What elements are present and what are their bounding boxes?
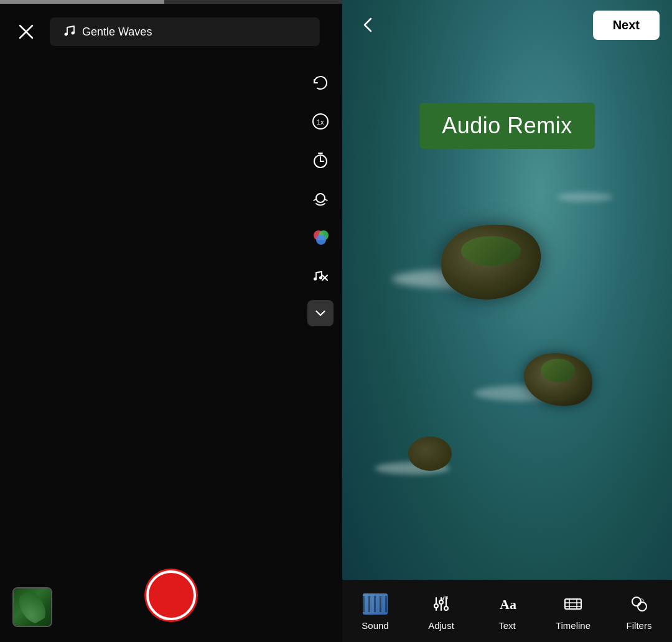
record-button[interactable]: [146, 570, 196, 620]
close-button[interactable]: [12, 18, 40, 45]
progress-bar: [0, 0, 342, 4]
svg-rect-26: [565, 599, 581, 609]
audio-remix-banner: Audio Remix: [419, 103, 595, 149]
svg-text:Aa: Aa: [500, 597, 516, 612]
music-title-text: Gentle Waves: [82, 26, 152, 39]
right-top-nav: Next: [342, 0, 672, 50]
text-label: Text: [498, 620, 516, 631]
sound-label: Sound: [362, 620, 388, 631]
svg-point-20: [434, 604, 438, 608]
bottom-toolbar: Sound: [342, 580, 672, 642]
back-button[interactable]: [355, 11, 382, 39]
rock-1: [441, 225, 541, 300]
filters-label: Filters: [627, 620, 652, 631]
filters-icon: [627, 592, 651, 616]
timeline-label: Timeline: [556, 620, 590, 631]
rock-3: [408, 437, 452, 471]
audio-remix-text: Audio Remix: [442, 113, 572, 138]
toolbar-item-sound[interactable]: Sound: [345, 592, 405, 631]
header-row: Gentle Waves: [0, 4, 342, 60]
sound-filmstrip-icon: [363, 593, 388, 615]
right-panel: Audio Remix Next Sound: [342, 0, 672, 642]
adjust-label: Adjust: [428, 620, 454, 631]
svg-point-23: [442, 598, 444, 600]
toolbar-item-filters[interactable]: Filters: [609, 592, 669, 631]
timeline-icon: [561, 592, 586, 616]
bottom-area: [0, 561, 342, 642]
svg-point-32: [638, 602, 646, 611]
progress-bar-fill: [0, 0, 164, 4]
ocean-scene: Audio Remix: [342, 0, 672, 642]
thumbnail-image: [14, 588, 51, 626]
adjust-icon: [429, 592, 454, 616]
toolbar-item-text[interactable]: Aa Text: [477, 592, 537, 631]
toolbar-item-adjust[interactable]: Adjust: [411, 592, 471, 631]
toolbar-item-timeline[interactable]: Timeline: [543, 592, 603, 631]
foam-wave-4: [557, 192, 613, 202]
text-icon: Aa: [495, 592, 520, 616]
svg-point-22: [444, 607, 448, 610]
music-note-icon: [62, 24, 76, 40]
next-button[interactable]: Next: [593, 11, 660, 40]
svg-point-3: [72, 32, 75, 35]
video-preview: Audio Remix Next: [342, 0, 672, 642]
svg-point-21: [439, 600, 443, 604]
svg-point-24: [446, 597, 448, 599]
sound-icon: [363, 592, 388, 616]
svg-point-2: [65, 33, 68, 36]
record-button-inner: [152, 577, 190, 614]
left-panel: Gentle Waves 1x: [0, 0, 342, 642]
media-thumbnail[interactable]: [12, 587, 52, 627]
music-title-bar[interactable]: Gentle Waves: [50, 17, 320, 46]
